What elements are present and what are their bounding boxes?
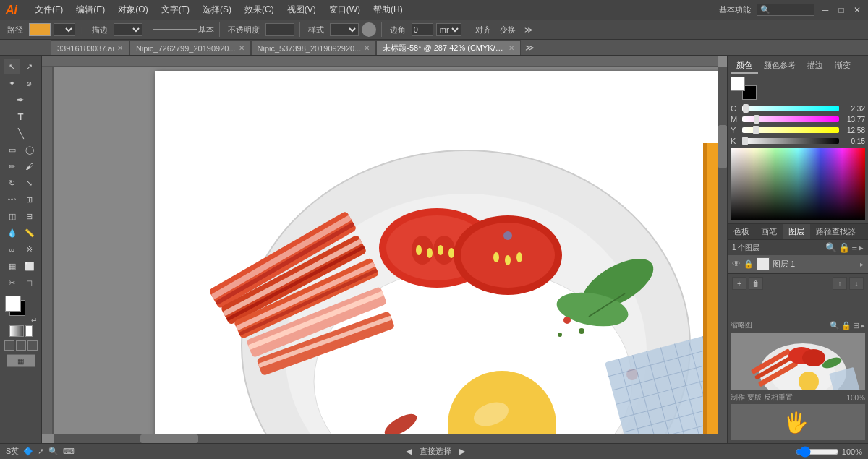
swap-colors-icon[interactable]: ⇄	[31, 316, 37, 323]
k-slider-track[interactable]	[742, 138, 839, 144]
draw-inside-button[interactable]	[27, 340, 38, 351]
stroke-style-select[interactable]	[114, 23, 142, 36]
scale-tool[interactable]: ⤡	[21, 175, 38, 191]
layer-arrange-up-button[interactable]: ↑	[833, 277, 847, 290]
transform-tool[interactable]: ⊞	[21, 192, 38, 207]
menu-select[interactable]: 选择(S)	[197, 2, 237, 17]
tab-1[interactable]: Nipic_7262799_20190920... ✕	[129, 40, 251, 55]
y-slider-thumb[interactable]	[753, 126, 759, 134]
tab-3[interactable]: 未标题-58* @ 287.42% (CMYK/预览) ✕	[376, 40, 521, 55]
tab-3-close[interactable]: ✕	[509, 44, 514, 52]
nav-next[interactable]: ▶	[459, 447, 465, 455]
corner-value-input[interactable]	[412, 23, 433, 36]
selection-tool[interactable]: ↖	[4, 59, 20, 74]
screen-mode-button[interactable]: ▦	[7, 354, 35, 367]
thumb-menu-icon[interactable]: ▸	[861, 321, 865, 330]
canvas-area[interactable]	[42, 56, 727, 443]
gradient-tool[interactable]: ◫	[4, 208, 20, 224]
layer-new-button[interactable]: +	[732, 277, 746, 290]
tab-gradient[interactable]: 渐变	[829, 59, 856, 74]
menu-effect[interactable]: 效果(C)	[239, 2, 280, 17]
tab-0[interactable]: 33916183037.ai ✕	[51, 40, 129, 55]
pen-tool[interactable]: ✒	[4, 92, 38, 108]
nav-prev[interactable]: ◀	[406, 447, 412, 455]
direct-selection-tool[interactable]: ↗	[21, 59, 38, 74]
warp-tool[interactable]: 〰	[4, 192, 20, 207]
symbol-tool[interactable]: ※	[21, 241, 38, 257]
layer-visibility-icon[interactable]: 👁	[732, 259, 741, 269]
h-scrollbar[interactable]	[54, 434, 727, 443]
tab-more-button[interactable]: ≫	[521, 40, 539, 55]
type-tool[interactable]: T	[4, 108, 38, 124]
color-mode-button[interactable]	[9, 325, 24, 337]
slice-tool[interactable]: ✂	[4, 275, 20, 291]
minimize-button[interactable]: ─	[820, 5, 830, 15]
color-spectrum[interactable]	[731, 148, 865, 220]
tab-2[interactable]: Nipic_537398_2019092920... ✕	[251, 40, 377, 55]
style-icon[interactable]	[362, 22, 376, 37]
menu-window[interactable]: 窗口(W)	[323, 2, 366, 17]
opacity-input[interactable]: 100%	[265, 23, 294, 36]
mesh-tool[interactable]: ⊟	[21, 208, 38, 224]
c-slider-thumb[interactable]	[743, 104, 749, 113]
zoom-slider[interactable]	[796, 446, 839, 458]
menu-object[interactable]: 对象(O)	[112, 2, 153, 17]
k-slider-thumb[interactable]	[742, 137, 748, 145]
search-icon[interactable]: 🔍	[757, 4, 814, 16]
close-button[interactable]: ✕	[852, 5, 862, 15]
menu-type[interactable]: 文字(T)	[156, 2, 195, 17]
tab-stroke[interactable]: 描边	[801, 59, 829, 74]
layer-item-1[interactable]: 👁 🔒 图层 1 ▸	[728, 255, 868, 273]
style-select[interactable]	[330, 23, 359, 36]
menu-help[interactable]: 帮助(H)	[367, 2, 409, 17]
rectangle-tool[interactable]: ▭	[4, 142, 20, 158]
thumb-search-icon[interactable]: 🔍	[830, 321, 840, 330]
eraser-tool[interactable]: ◻	[21, 275, 38, 291]
blend-tool[interactable]: ∞	[4, 241, 20, 257]
thumb-lock-icon[interactable]: 🔒	[841, 321, 851, 330]
h-scroll-thumb[interactable]	[140, 434, 198, 443]
layers-options-icon[interactable]: ≡	[851, 242, 857, 253]
fg-color-swatch[interactable]	[5, 296, 21, 312]
menu-file[interactable]: 文件(F)	[29, 2, 69, 17]
layers-panel-menu-icon[interactable]: ▸	[859, 242, 864, 253]
more-options[interactable]: ≫	[522, 25, 536, 35]
v-scrollbar[interactable]	[718, 67, 727, 443]
eyedropper-tool[interactable]: 💧	[4, 225, 20, 241]
layers-lock-icon[interactable]: 🔒	[838, 242, 850, 253]
layer-lock-icon[interactable]: 🔒	[744, 259, 754, 269]
tab-pathfinder[interactable]: 路径查找器	[810, 224, 861, 239]
tab-color[interactable]: 颜色	[731, 59, 758, 74]
tab-color-ref[interactable]: 颜色参考	[758, 59, 801, 74]
maximize-button[interactable]: □	[836, 5, 846, 15]
c-slider-track[interactable]	[742, 106, 839, 111]
thumb-nav-icon[interactable]: ⊞	[853, 321, 859, 330]
m-slider-thumb[interactable]	[754, 115, 760, 124]
layer-delete-button[interactable]: 🗑	[749, 277, 763, 290]
magic-wand-tool[interactable]: ✦	[4, 75, 20, 91]
menu-edit[interactable]: 编辑(E)	[70, 2, 111, 17]
stroke-select[interactable]: ─	[54, 23, 75, 36]
tab-swatches[interactable]: 色板	[728, 224, 755, 239]
tab-layers[interactable]: 图层	[783, 224, 810, 239]
fill-color-swatch[interactable]	[29, 23, 51, 36]
none-color-button[interactable]	[25, 325, 33, 337]
corner-unit-select[interactable]: mm	[436, 23, 461, 36]
layers-search-icon[interactable]: 🔍	[825, 242, 837, 253]
column-graph-tool[interactable]: ▦	[4, 258, 20, 274]
fg-color-box[interactable]	[731, 77, 745, 91]
y-slider-track[interactable]	[742, 127, 839, 133]
line-tool[interactable]: ╲	[4, 125, 38, 141]
rotate-tool[interactable]: ↻	[4, 175, 20, 191]
shape-tool[interactable]: ◯	[21, 142, 38, 158]
tab-brushes[interactable]: 画笔	[755, 224, 783, 239]
layer-expand-icon[interactable]: ▸	[860, 260, 864, 268]
m-slider-track[interactable]	[742, 116, 839, 122]
tab-2-close[interactable]: ✕	[364, 44, 370, 52]
tab-0-close[interactable]: ✕	[117, 44, 123, 52]
measure-tool[interactable]: 📏	[21, 225, 38, 241]
brush-tool[interactable]: 🖌	[21, 158, 38, 174]
lasso-tool[interactable]: ⌀	[21, 75, 38, 91]
pencil-tool[interactable]: ✏	[4, 158, 20, 174]
tab-1-close[interactable]: ✕	[239, 44, 244, 52]
